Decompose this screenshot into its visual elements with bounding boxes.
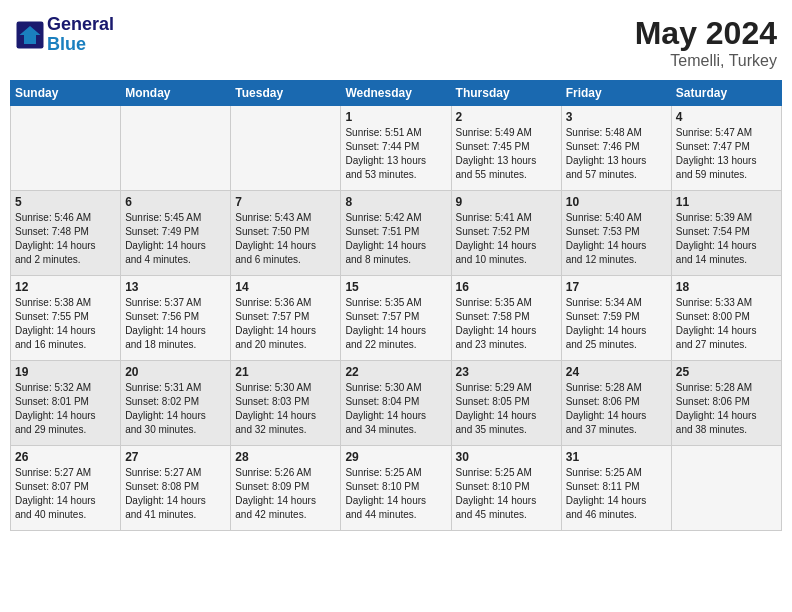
day-info: Sunrise: 5:51 AMSunset: 7:44 PMDaylight:…	[345, 126, 446, 182]
day-info: Sunrise: 5:30 AMSunset: 8:04 PMDaylight:…	[345, 381, 446, 437]
calendar-cell: 13Sunrise: 5:37 AMSunset: 7:56 PMDayligh…	[121, 276, 231, 361]
day-number: 23	[456, 365, 557, 379]
day-info: Sunrise: 5:48 AMSunset: 7:46 PMDaylight:…	[566, 126, 667, 182]
day-number: 18	[676, 280, 777, 294]
day-number: 31	[566, 450, 667, 464]
calendar-location: Temelli, Turkey	[635, 52, 777, 70]
day-number: 19	[15, 365, 116, 379]
calendar-cell	[231, 106, 341, 191]
calendar-table: SundayMondayTuesdayWednesdayThursdayFrid…	[10, 80, 782, 531]
calendar-cell: 10Sunrise: 5:40 AMSunset: 7:53 PMDayligh…	[561, 191, 671, 276]
calendar-cell: 16Sunrise: 5:35 AMSunset: 7:58 PMDayligh…	[451, 276, 561, 361]
day-info: Sunrise: 5:28 AMSunset: 8:06 PMDaylight:…	[566, 381, 667, 437]
day-info: Sunrise: 5:47 AMSunset: 7:47 PMDaylight:…	[676, 126, 777, 182]
calendar-week-4: 19Sunrise: 5:32 AMSunset: 8:01 PMDayligh…	[11, 361, 782, 446]
day-number: 26	[15, 450, 116, 464]
day-info: Sunrise: 5:45 AMSunset: 7:49 PMDaylight:…	[125, 211, 226, 267]
calendar-cell: 3Sunrise: 5:48 AMSunset: 7:46 PMDaylight…	[561, 106, 671, 191]
day-info: Sunrise: 5:26 AMSunset: 8:09 PMDaylight:…	[235, 466, 336, 522]
calendar-cell: 15Sunrise: 5:35 AMSunset: 7:57 PMDayligh…	[341, 276, 451, 361]
weekday-header-friday: Friday	[561, 81, 671, 106]
day-info: Sunrise: 5:46 AMSunset: 7:48 PMDaylight:…	[15, 211, 116, 267]
day-number: 22	[345, 365, 446, 379]
day-info: Sunrise: 5:25 AMSunset: 8:11 PMDaylight:…	[566, 466, 667, 522]
day-info: Sunrise: 5:37 AMSunset: 7:56 PMDaylight:…	[125, 296, 226, 352]
day-number: 29	[345, 450, 446, 464]
day-number: 17	[566, 280, 667, 294]
weekday-header-wednesday: Wednesday	[341, 81, 451, 106]
day-number: 4	[676, 110, 777, 124]
day-number: 7	[235, 195, 336, 209]
weekday-header-row: SundayMondayTuesdayWednesdayThursdayFrid…	[11, 81, 782, 106]
calendar-cell: 9Sunrise: 5:41 AMSunset: 7:52 PMDaylight…	[451, 191, 561, 276]
weekday-header-thursday: Thursday	[451, 81, 561, 106]
logo-text: GeneralBlue	[47, 15, 114, 55]
calendar-cell: 31Sunrise: 5:25 AMSunset: 8:11 PMDayligh…	[561, 446, 671, 531]
weekday-header-monday: Monday	[121, 81, 231, 106]
day-info: Sunrise: 5:30 AMSunset: 8:03 PMDaylight:…	[235, 381, 336, 437]
calendar-cell: 26Sunrise: 5:27 AMSunset: 8:07 PMDayligh…	[11, 446, 121, 531]
day-info: Sunrise: 5:25 AMSunset: 8:10 PMDaylight:…	[345, 466, 446, 522]
calendar-title: May 2024	[635, 15, 777, 52]
day-number: 14	[235, 280, 336, 294]
day-info: Sunrise: 5:43 AMSunset: 7:50 PMDaylight:…	[235, 211, 336, 267]
day-info: Sunrise: 5:35 AMSunset: 7:57 PMDaylight:…	[345, 296, 446, 352]
day-number: 8	[345, 195, 446, 209]
calendar-cell: 28Sunrise: 5:26 AMSunset: 8:09 PMDayligh…	[231, 446, 341, 531]
day-number: 3	[566, 110, 667, 124]
calendar-cell: 4Sunrise: 5:47 AMSunset: 7:47 PMDaylight…	[671, 106, 781, 191]
day-info: Sunrise: 5:27 AMSunset: 8:07 PMDaylight:…	[15, 466, 116, 522]
calendar-cell: 14Sunrise: 5:36 AMSunset: 7:57 PMDayligh…	[231, 276, 341, 361]
calendar-week-1: 1Sunrise: 5:51 AMSunset: 7:44 PMDaylight…	[11, 106, 782, 191]
day-number: 13	[125, 280, 226, 294]
calendar-cell: 25Sunrise: 5:28 AMSunset: 8:06 PMDayligh…	[671, 361, 781, 446]
calendar-cell: 24Sunrise: 5:28 AMSunset: 8:06 PMDayligh…	[561, 361, 671, 446]
day-number: 9	[456, 195, 557, 209]
calendar-cell: 29Sunrise: 5:25 AMSunset: 8:10 PMDayligh…	[341, 446, 451, 531]
calendar-cell: 2Sunrise: 5:49 AMSunset: 7:45 PMDaylight…	[451, 106, 561, 191]
calendar-cell: 6Sunrise: 5:45 AMSunset: 7:49 PMDaylight…	[121, 191, 231, 276]
day-info: Sunrise: 5:41 AMSunset: 7:52 PMDaylight:…	[456, 211, 557, 267]
day-info: Sunrise: 5:42 AMSunset: 7:51 PMDaylight:…	[345, 211, 446, 267]
page-header: GeneralBlue May 2024 Temelli, Turkey	[10, 10, 782, 70]
calendar-cell: 22Sunrise: 5:30 AMSunset: 8:04 PMDayligh…	[341, 361, 451, 446]
day-number: 21	[235, 365, 336, 379]
calendar-cell: 20Sunrise: 5:31 AMSunset: 8:02 PMDayligh…	[121, 361, 231, 446]
calendar-cell: 1Sunrise: 5:51 AMSunset: 7:44 PMDaylight…	[341, 106, 451, 191]
day-info: Sunrise: 5:32 AMSunset: 8:01 PMDaylight:…	[15, 381, 116, 437]
calendar-cell: 11Sunrise: 5:39 AMSunset: 7:54 PMDayligh…	[671, 191, 781, 276]
calendar-week-2: 5Sunrise: 5:46 AMSunset: 7:48 PMDaylight…	[11, 191, 782, 276]
day-info: Sunrise: 5:35 AMSunset: 7:58 PMDaylight:…	[456, 296, 557, 352]
calendar-cell: 17Sunrise: 5:34 AMSunset: 7:59 PMDayligh…	[561, 276, 671, 361]
day-number: 24	[566, 365, 667, 379]
day-number: 20	[125, 365, 226, 379]
day-info: Sunrise: 5:33 AMSunset: 8:00 PMDaylight:…	[676, 296, 777, 352]
calendar-week-5: 26Sunrise: 5:27 AMSunset: 8:07 PMDayligh…	[11, 446, 782, 531]
day-number: 11	[676, 195, 777, 209]
day-info: Sunrise: 5:28 AMSunset: 8:06 PMDaylight:…	[676, 381, 777, 437]
day-number: 1	[345, 110, 446, 124]
title-block: May 2024 Temelli, Turkey	[635, 15, 777, 70]
day-number: 6	[125, 195, 226, 209]
calendar-cell	[671, 446, 781, 531]
day-info: Sunrise: 5:36 AMSunset: 7:57 PMDaylight:…	[235, 296, 336, 352]
day-info: Sunrise: 5:39 AMSunset: 7:54 PMDaylight:…	[676, 211, 777, 267]
day-info: Sunrise: 5:34 AMSunset: 7:59 PMDaylight:…	[566, 296, 667, 352]
day-number: 30	[456, 450, 557, 464]
weekday-header-tuesday: Tuesday	[231, 81, 341, 106]
day-number: 15	[345, 280, 446, 294]
day-info: Sunrise: 5:31 AMSunset: 8:02 PMDaylight:…	[125, 381, 226, 437]
calendar-cell: 12Sunrise: 5:38 AMSunset: 7:55 PMDayligh…	[11, 276, 121, 361]
logo: GeneralBlue	[15, 15, 114, 55]
calendar-cell: 19Sunrise: 5:32 AMSunset: 8:01 PMDayligh…	[11, 361, 121, 446]
day-info: Sunrise: 5:49 AMSunset: 7:45 PMDaylight:…	[456, 126, 557, 182]
calendar-cell: 5Sunrise: 5:46 AMSunset: 7:48 PMDaylight…	[11, 191, 121, 276]
day-number: 5	[15, 195, 116, 209]
day-number: 28	[235, 450, 336, 464]
logo-icon	[15, 20, 45, 50]
calendar-cell: 21Sunrise: 5:30 AMSunset: 8:03 PMDayligh…	[231, 361, 341, 446]
day-number: 27	[125, 450, 226, 464]
day-number: 25	[676, 365, 777, 379]
day-info: Sunrise: 5:29 AMSunset: 8:05 PMDaylight:…	[456, 381, 557, 437]
calendar-cell: 7Sunrise: 5:43 AMSunset: 7:50 PMDaylight…	[231, 191, 341, 276]
